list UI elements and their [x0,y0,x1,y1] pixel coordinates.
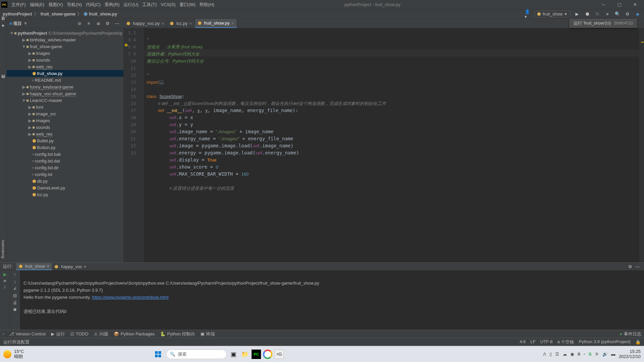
tree-item[interactable]: ▫config.txt [7,171,123,178]
menu-文件[interactable]: 文件(F) [9,1,28,8]
run-output[interactable]: C:\Users\wdaog\PycharmProjects\pythonPro… [20,270,644,330]
chevron-icon[interactable]: ▶ [28,64,32,69]
print-icon[interactable]: 🖨 [13,300,17,305]
soft-wrap-icon[interactable]: ↲ [13,286,17,291]
tree-item[interactable]: ▫config.bd.dat [7,157,123,164]
wifi-icon[interactable]: ⚞ [595,352,599,357]
tool-button[interactable]: ▶运行 [51,331,65,337]
chevron-down-icon[interactable]: ▼ [23,21,28,26]
menu-代码[interactable]: 代码(C) [84,1,103,8]
warning-marker[interactable] [125,44,127,46]
run-tab[interactable]: ⬢happy_voc× [52,263,89,270]
close-icon[interactable]: × [47,264,49,269]
explorer-icon[interactable]: 📁 [240,350,250,359]
up-icon[interactable]: ↑ [14,272,16,277]
windows-taskbar[interactable]: 15°C 晴朗 🔍 搜索 ▣ 📁 PC SG ᐱ ▯ ☰ ☁ ◉ Ⅲ ▫ S ⚞… [0,346,644,362]
warning-marker[interactable] [641,42,644,43]
gear-icon[interactable]: ⚙ [627,263,634,270]
sound-icon[interactable]: 🔊 [602,352,608,357]
tray-chevron-icon[interactable]: ᐱ [543,352,546,357]
maximize-button[interactable]: ▢ [612,0,627,9]
chevron-icon[interactable]: ▶ [28,58,32,63]
down-icon[interactable]: ⇩ [3,285,7,290]
select-opened-icon[interactable]: ⊚ [76,20,83,27]
breadcrumb-root[interactable]: pythonProject [3,11,32,16]
structure-tab[interactable]: 结构 [0,79,6,83]
collapse-icon[interactable]: ≣ [94,20,102,27]
run-tab[interactable]: ⬢fruit_show× [16,263,52,270]
chevron-down-icon[interactable]: ▼ [9,31,14,36]
event-log-button[interactable]: ● 事件日志 [619,331,641,337]
tool-button[interactable]: 🐍Python 控制台 [160,331,195,337]
tree-item[interactable]: ▶■funny_keyboard-game [7,83,123,90]
close-icon[interactable]: × [84,264,86,269]
tool-button[interactable]: ▣终端 [200,331,215,337]
tree-item[interactable]: ▶■images [7,50,123,57]
tree-item[interactable]: ▶■image_src [7,110,123,117]
tree-item[interactable]: ⬢GameLevel.py [7,184,123,191]
tree-root[interactable]: ▼ ■ pythonProject C:\Users\wdaog\Pycharm… [7,30,123,36]
project-tree[interactable]: ▼ ■ pythonProject C:\Users\wdaog\Pycharm… [7,28,123,262]
status-item[interactable]: 4:6 [520,339,526,345]
tree-item[interactable]: ▫README.md [7,77,123,83]
tool-button[interactable]: ⚠问题 [94,331,108,337]
settings-icon[interactable]: ⚙ [624,10,631,18]
minimize-button[interactable]: ─ [596,0,611,9]
menu-导航[interactable]: 导航(N) [65,1,84,8]
bookmarks-tab[interactable]: Bookmarks [0,238,5,260]
scroll-end-icon[interactable]: ⊟ [13,293,17,298]
trash-icon[interactable]: ✖ [13,307,17,312]
clock[interactable]: 15:25 2022/12/10 [619,349,641,359]
menu-编辑[interactable]: 编辑(E) [28,1,46,8]
tree-item[interactable]: ▶■birthday_wishes-master [7,36,123,43]
menu-视图[interactable]: 视图(V) [46,1,65,8]
chevron-icon[interactable]: ▶ [22,37,26,42]
tree-item[interactable]: ⬢db.py [7,178,123,184]
expand-icon[interactable]: ≡ [85,20,92,27]
stop-button[interactable]: ■ [604,10,611,18]
editor-tab[interactable]: ⬢fruit_show.py× [195,19,237,28]
tree-item[interactable]: ⬢fruit_show.py [7,70,123,77]
chevron-icon[interactable]: ▶ [28,118,32,123]
battery-icon[interactable]: ▬ [611,352,615,357]
editor-tab[interactable]: ⬢lcc.py× [167,19,195,28]
output-link[interactable]: https://www.pygame.org/contribute.html [92,295,169,300]
special-icon[interactable]: ◆ [634,10,641,18]
tree-item[interactable]: ▼■LearnCC-master [7,97,123,104]
tree-item[interactable]: ▶■font [7,104,123,110]
chevron-icon[interactable]: ▶ [22,84,26,89]
lock-icon[interactable]: 🔒 [635,339,641,345]
project-tab[interactable]: ■ 项目 [0,21,6,30]
start-button[interactable] [153,350,163,359]
tree-item[interactable]: ⬢Bullet.py [7,137,123,144]
hide-icon[interactable]: — [634,263,641,270]
tree-item[interactable]: ▫config.bd.dir [7,164,123,171]
tree-item[interactable]: ▶■sounds [7,57,123,63]
tool-button[interactable]: ⎇Version Control [9,331,46,337]
tree-item[interactable]: ⬢Button.py [7,144,123,151]
chrome-icon[interactable] [263,350,272,359]
debug-button[interactable]: ⬢ [583,10,591,18]
breadcrumb-file[interactable]: fruit_show.py [89,11,117,16]
chevron-icon[interactable]: ▶ [28,125,32,130]
status-item[interactable]: Python 3.9 (pythonProject) [579,339,631,345]
down-icon[interactable]: ↓ [14,279,16,284]
tray-icon[interactable]: S [589,352,592,357]
chevron-icon[interactable]: ▶ [22,91,26,96]
run-config-dropdown[interactable]: ⬢ fruit_show ▾ [535,10,571,17]
tree-item[interactable]: ▶■web_res [7,63,123,70]
run-button[interactable]: ▶ [573,10,581,18]
tray-icon[interactable]: Ⅲ [577,352,580,357]
status-item[interactable]: UTF-8 [540,339,553,345]
close-icon[interactable]: × [231,21,234,26]
tree-item[interactable]: ▫config.bd.bak [7,151,123,157]
chevron-icon[interactable]: ▼ [22,44,26,49]
close-icon[interactable]: × [189,21,192,26]
chevron-icon[interactable]: ▶ [28,105,32,110]
pycharm-icon[interactable]: PC [252,350,261,359]
chevron-icon[interactable]: ▶ [28,132,32,137]
rerun-icon[interactable]: ▶ [3,272,7,277]
search-icon[interactable]: 🔍 [614,10,621,18]
tray-icon[interactable]: ▯ [550,352,552,357]
code-editor[interactable]: ''' 游戏名 : 水果秀 (fruit show) 游戏作者: Python代… [144,28,639,262]
